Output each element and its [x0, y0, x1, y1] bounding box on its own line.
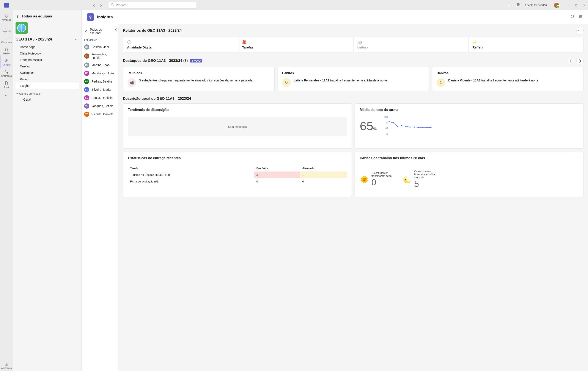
trend-card[interactable]: Tendência de disposição Sem respostas — [123, 103, 352, 149]
table-cell: 1 — [300, 171, 347, 178]
team-name: GEO 11A3 - 2023/24 — [16, 37, 52, 41]
student-avatar: SM — [84, 87, 89, 92]
insights-header: Insights — [82, 10, 588, 24]
svg-text:100: 100 — [384, 116, 388, 118]
student-avatar: PB — [84, 79, 89, 84]
tab-label: Refletir — [472, 45, 580, 49]
globe-icon[interactable] — [578, 14, 583, 20]
rail-activity[interactable]: Atividade — [0, 12, 13, 23]
student-avatar: MJ — [84, 71, 89, 76]
channels-section-toggle[interactable]: ▾ Canais principais — [16, 89, 79, 97]
average-value: 65% — [360, 119, 377, 133]
teams-logo-icon — [4, 3, 9, 8]
svg-text:80: 80 — [386, 121, 388, 124]
people-icon[interactable] — [516, 3, 521, 8]
channel-item[interactable]: Tarefas — [16, 63, 79, 70]
chat-icon — [4, 25, 9, 30]
more-options-icon[interactable]: ··· — [509, 3, 512, 7]
svg-text:60: 60 — [386, 127, 388, 130]
table-cell: 3 — [254, 171, 300, 178]
student-item[interactable]: CJCastela, Jéni — [82, 43, 118, 51]
file-icon — [4, 81, 9, 86]
report-tabs: 🕑Atividade Digital🎒Tarefas📖Leitura✨Refle… — [123, 37, 584, 52]
student-item[interactable]: FLFernandes, Letícia — [82, 51, 118, 61]
rail-files[interactable]: Files — [0, 79, 13, 90]
rail-calls[interactable]: Chamadas — [0, 68, 13, 79]
search-box[interactable] — [108, 2, 197, 9]
collapse-panel-button[interactable]: ❮ — [113, 27, 119, 32]
channel-item[interactable]: Class Notebook — [16, 50, 79, 57]
tab-icon: 📖 — [357, 40, 465, 44]
report-tab-digital[interactable]: 🕑Atividade Digital — [123, 37, 238, 52]
table-header: Tarefa — [128, 165, 254, 171]
sub-channel-item[interactable]: Geral — [16, 97, 79, 102]
window-close-button[interactable]: ✕ — [583, 4, 586, 7]
student-item[interactable]: VLVasques, Leticia — [82, 102, 118, 110]
svg-point-3 — [519, 4, 520, 5]
svg-line-1 — [113, 5, 114, 6]
svg-rect-4 — [5, 37, 8, 40]
average-grade-card[interactable]: Média da nota da turma 65% 406080100 — [355, 103, 584, 149]
student-item[interactable]: VDVicente, Daniela — [82, 110, 118, 118]
habits-more-icon[interactable]: ··· — [575, 156, 579, 160]
channel-item[interactable]: Insights — [16, 82, 79, 89]
history-back-button[interactable]: ❮ — [93, 3, 95, 7]
channel-item[interactable]: Home page — [16, 44, 79, 50]
refresh-icon[interactable] — [570, 14, 575, 20]
student-item[interactable]: SMSilveira, Maria — [82, 86, 118, 94]
all-students-button[interactable]: Todos os estudant... — [82, 26, 118, 37]
report-tab-reading: 📖Leitura — [354, 37, 469, 52]
channel-item[interactable]: Reflect — [16, 76, 79, 82]
profile-avatar[interactable] — [554, 2, 559, 8]
student-avatar: CJ — [84, 44, 89, 50]
spotlight-prev-button[interactable]: ❮ — [567, 57, 574, 64]
search-input[interactable] — [116, 3, 194, 7]
chevron-left-icon: ❮ — [16, 15, 19, 18]
window-maximize-button[interactable]: ▢ — [575, 4, 578, 7]
spotlight-card[interactable]: Reuniões 📹 3 estudantes chegaram frequen… — [123, 67, 274, 91]
history-forward-button[interactable]: ❯ — [100, 3, 102, 7]
rail-assignments[interactable]: Tarefas — [0, 45, 13, 56]
table-row[interactable]: Turismo no Espaço Rural (TER)31 — [128, 171, 347, 178]
svg-point-29 — [422, 127, 423, 128]
table-row[interactable]: Ficha de avaliação nº100 — [128, 178, 347, 185]
back-to-teams-button[interactable]: ❮ Todas as equipas — [16, 12, 79, 22]
spotlight-next-button[interactable]: ❯ — [576, 57, 584, 64]
spotlight-card[interactable]: Hábitos ↻ Letícia Fernandes - 11A3 traba… — [278, 67, 429, 91]
student-item[interactable]: SDSouza, Daniella — [82, 94, 118, 102]
spotlight-card-heading: Reuniões — [127, 71, 270, 75]
table-cell: Ficha de avaliação nº1 — [128, 178, 254, 185]
chevron-down-icon: ▾ — [16, 92, 18, 95]
student-name: Fernandes, Letícia — [92, 53, 116, 60]
rail-calendar[interactable]: Calendário — [0, 34, 13, 45]
calendar-icon — [4, 36, 9, 41]
work-habits-card[interactable]: Hábitos de trabalho nos últimos 28 dias … — [355, 152, 584, 197]
habit-late-value: 5 — [414, 179, 440, 189]
all-students-label: Todos os estudant... — [90, 28, 116, 35]
student-item[interactable]: PBPedras, Beatriz — [82, 77, 118, 86]
rail-chat[interactable]: Conversa — [0, 23, 13, 34]
recent-turnin-card[interactable]: Estatísticas de entrega recentes TarefaE… — [123, 152, 352, 197]
rail-label: Tarefas — [3, 52, 10, 55]
team-more-icon[interactable]: ··· — [75, 38, 79, 41]
student-item[interactable]: MJMartins, João — [82, 61, 118, 69]
window-minimize-button[interactable]: ─ — [567, 4, 569, 7]
svg-point-24 — [401, 125, 402, 126]
student-item[interactable]: MJMendonça, João — [82, 69, 118, 77]
report-tab-reflect[interactable]: ✨Refletir — [469, 37, 583, 52]
spotlight-card[interactable]: Hábitos ↻ Daniela Vicente - 11A3 trabalh… — [432, 67, 584, 91]
student-name: Martins, João — [92, 63, 110, 67]
rail-teams[interactable]: Equipas — [0, 56, 13, 68]
channel-item[interactable]: Avaliações — [16, 70, 79, 76]
student-name: Souza, Daniella — [92, 96, 113, 100]
report-tab-assign[interactable]: 🎒Tarefas — [238, 37, 354, 52]
habit-late: 🌜 Os estudantes ficaram a trabalhar até … — [402, 170, 440, 189]
spotlight-card-heading: Hábitos — [437, 71, 579, 75]
overview-title: Descrição geral de GEO 11A3 - 2023/24 — [123, 97, 584, 101]
channel-item[interactable]: Trabalho escolar — [16, 57, 79, 63]
reports-more-button[interactable]: ··· — [576, 27, 584, 34]
org-name[interactable]: Escola Secundári... — [525, 3, 549, 7]
rail-more[interactable]: ··· — [0, 90, 13, 101]
insights-app-icon — [87, 13, 94, 21]
rail-apps[interactable]: Aplicações — [0, 360, 13, 371]
